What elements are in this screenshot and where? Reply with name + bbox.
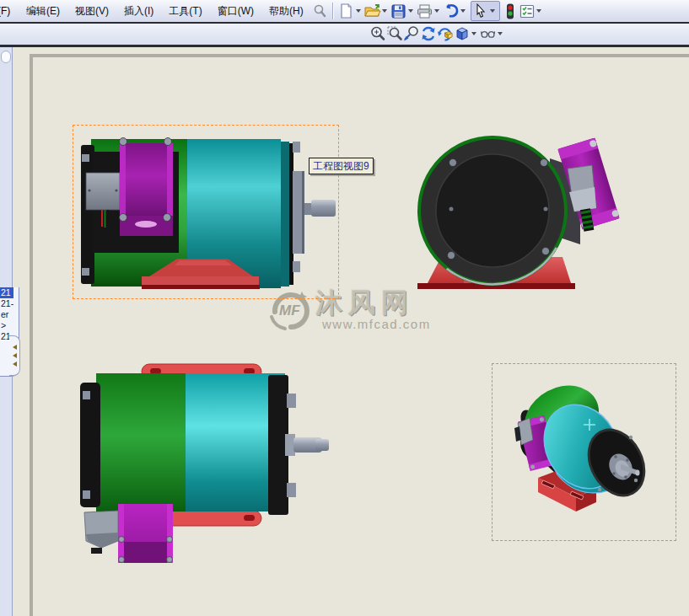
rotate-view-icon[interactable] [437, 25, 454, 42]
view-toolbar-icons [369, 25, 506, 42]
solidworks-window: { "colors": { "selection_orange": "#FF8C… [0, 0, 689, 616]
menu-item-insert[interactable]: 插入(I) [116, 3, 161, 19]
tree-item-selected[interactable]: 21 [0, 287, 13, 298]
menu-item-file-label: 件(F) [0, 3, 10, 19]
motor-connector-block[interactable] [84, 511, 118, 554]
motor-connector-block[interactable] [514, 418, 533, 445]
tree-item[interactable]: 21- [0, 298, 19, 309]
open-folder-icon[interactable] [364, 3, 381, 19]
menu-item-tools[interactable]: 工具(T) [161, 3, 209, 19]
save-dropdown[interactable] [408, 9, 413, 13]
menu-item-help[interactable]: 帮助(H) [261, 3, 311, 19]
search-pointer-icon[interactable] [311, 3, 328, 19]
zoom-in-out-icon[interactable] [369, 25, 386, 42]
select-tool-group [471, 1, 500, 21]
collapse-arrow-icon [13, 353, 17, 358]
sheet-top-edge [30, 54, 689, 57]
display-style-dropdown[interactable] [498, 32, 503, 35]
drawing-view-top[interactable] [76, 361, 354, 571]
new-document-icon[interactable] [338, 3, 355, 19]
select-tool-dropdown[interactable] [490, 9, 495, 13]
view-toolbar [0, 24, 689, 45]
toolbar-separator [332, 3, 334, 19]
tree-item[interactable]: er [0, 309, 19, 320]
undo-icon[interactable] [443, 3, 460, 19]
ring-bolt [83, 391, 90, 399]
casing-clip [82, 154, 89, 162]
new-document-dropdown[interactable] [356, 9, 361, 13]
logo-text: MF [279, 303, 300, 319]
menu-bar: 件(F) 编辑(E) 视图(V) 插入(I) 工具(T) 窗口(W) 帮助(H) [0, 0, 689, 22]
view-tooltip: 工程图视图9 [309, 158, 374, 174]
drawing-view-side[interactable] [80, 133, 343, 295]
display-style-glasses-icon[interactable] [480, 25, 497, 42]
select-cursor-icon[interactable] [472, 3, 489, 19]
collapse-arrow-icon [13, 362, 17, 367]
sheet-left-edge [30, 54, 33, 616]
save-icon[interactable] [390, 3, 407, 19]
menu-item-view[interactable]: 视图(V) [67, 3, 116, 19]
tree-item[interactable]: > [0, 320, 19, 331]
collapse-arrow-icon [13, 345, 17, 350]
refresh-view-icon[interactable] [420, 25, 437, 42]
menu-item-file[interactable]: 件(F) [0, 3, 19, 19]
collapse-arrows-tab[interactable] [9, 335, 20, 376]
toolbar-divider [0, 45, 689, 47]
ring-bolt [83, 490, 90, 499]
view-orientation-dropdown[interactable] [471, 32, 476, 35]
print-dropdown[interactable] [434, 9, 439, 13]
open-dropdown[interactable] [382, 9, 387, 13]
rebuild-traffic-light-icon[interactable] [502, 3, 519, 19]
motor-terminal-box[interactable] [118, 504, 173, 563]
motor-body[interactable] [96, 373, 285, 512]
view-orientation-cube-icon[interactable] [454, 25, 471, 42]
menu-item-window[interactable]: 窗口(W) [210, 3, 261, 19]
motor-rear-ring[interactable] [80, 383, 100, 507]
casing-clip [82, 268, 89, 276]
options-dropdown[interactable] [536, 9, 541, 13]
print-icon[interactable] [417, 3, 433, 19]
undo-dropdown[interactable] [460, 9, 466, 13]
zoom-to-selection-icon[interactable] [403, 25, 420, 42]
menubar-divider [0, 22, 689, 24]
motor-terminal-box[interactable] [120, 138, 174, 237]
standard-toolbar [338, 1, 545, 21]
drawing-view-front[interactable] [415, 126, 626, 295]
motor-bearing-shaft[interactable] [285, 394, 329, 497]
motor-rear-ring[interactable] [81, 145, 94, 284]
panel-grip[interactable] [1, 51, 11, 63]
watermark-site-url: www.mfcad.com [322, 317, 431, 331]
menu-item-edit[interactable]: 编辑(E) [19, 3, 67, 19]
drawing-view-isometric[interactable] [489, 362, 675, 539]
options-checklist-icon[interactable] [519, 3, 536, 19]
zoom-area-icon[interactable] [386, 25, 403, 42]
